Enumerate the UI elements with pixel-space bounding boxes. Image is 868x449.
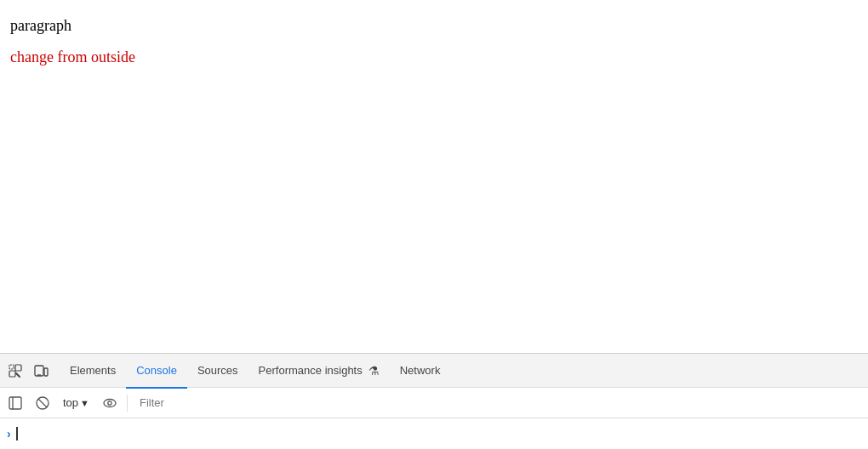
clear-console-button[interactable] (31, 391, 54, 415)
svg-point-10 (104, 399, 116, 406)
inspect-icon (8, 363, 23, 378)
devtools-toolbar: top ▼ (0, 388, 868, 418)
toolbar-separator (127, 395, 128, 412)
console-area[interactable]: › (0, 418, 868, 449)
tab-console[interactable]: Console (126, 355, 187, 389)
device-toolbar-button[interactable] (29, 359, 53, 383)
clear-icon (35, 395, 50, 411)
console-cursor (16, 427, 18, 440)
tab-network[interactable]: Network (390, 355, 451, 389)
eye-icon (102, 395, 117, 411)
devtools-panel: Elements Console Sources Performance ins… (0, 353, 868, 449)
tab-elements[interactable]: Elements (60, 355, 126, 389)
svg-rect-3 (35, 366, 43, 376)
devtools-left-icons (3, 359, 53, 383)
inspect-element-button[interactable] (3, 359, 27, 383)
svg-rect-0 (9, 365, 14, 369)
svg-line-9 (38, 399, 47, 407)
chevron-down-icon: ▼ (80, 398, 89, 408)
devtools-tabs: Elements Console Sources Performance ins… (0, 354, 868, 388)
filter-input[interactable] (133, 392, 865, 414)
svg-point-11 (108, 401, 111, 404)
sidebar-toggle-button[interactable] (3, 391, 27, 415)
sidebar-icon (8, 395, 23, 411)
svg-rect-2 (9, 371, 15, 377)
page-content: paragraph change from outside (0, 0, 868, 353)
svg-rect-4 (44, 368, 48, 376)
context-dropdown[interactable]: top ▼ (58, 395, 94, 411)
filter-toggle-button[interactable] (98, 391, 122, 415)
device-toolbar-icon (33, 363, 49, 378)
paragraph-text: paragraph (10, 17, 858, 35)
tab-sources[interactable]: Sources (187, 355, 248, 389)
flask-icon: ⚗ (368, 364, 380, 378)
console-prompt-arrow: › (7, 427, 11, 440)
tab-performance-insights[interactable]: Performance insights ⚗ (248, 355, 390, 389)
red-text: change from outside (10, 48, 858, 66)
svg-rect-6 (9, 397, 21, 409)
svg-rect-1 (15, 365, 21, 371)
